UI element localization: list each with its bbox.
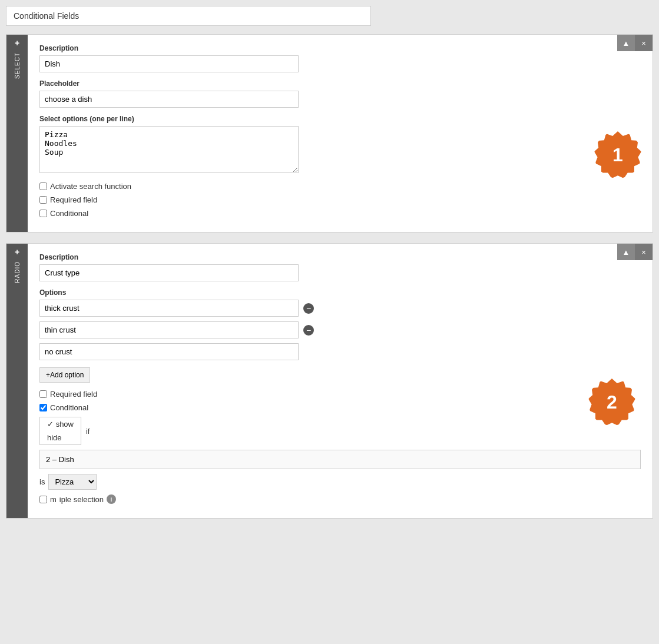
block1-content: ▲ × Description Placeholder Select optio… <box>28 35 653 232</box>
multiple-selection-checkbox[interactable] <box>39 496 47 503</box>
block1-options-label: Select options (one per line) <box>39 115 641 123</box>
page-title-input[interactable] <box>6 6 371 26</box>
option1-input[interactable] <box>39 300 299 317</box>
block2-description-group: Description <box>39 253 641 281</box>
if-row: show hide if <box>39 417 641 445</box>
multiple-selection-group: m iple selection i <box>39 494 641 504</box>
block2-conditional-checkbox[interactable] <box>39 404 47 411</box>
option2-input[interactable] <box>39 321 299 338</box>
block2-content: ▲ × Description Options − − <box>28 244 653 518</box>
block1-actions: ▲ × <box>617 35 653 51</box>
block2-required-checkbox[interactable] <box>39 390 47 398</box>
block1-conditional-checkbox[interactable] <box>39 210 47 217</box>
add-option-button[interactable]: +Add option <box>39 367 90 383</box>
block1-activate-search-checkbox[interactable] <box>39 182 47 190</box>
block1-close-button[interactable]: × <box>635 35 653 51</box>
block2-actions: ▲ × <box>617 244 653 260</box>
option3-input[interactable] <box>39 343 299 360</box>
hide-option[interactable]: hide <box>40 431 81 444</box>
block2-options-group: Options − − <box>39 288 641 360</box>
block-radio: + RADIO ▲ × Description Options − <box>6 243 653 519</box>
block-select: + SELECT ▲ × Description Placeholder Sel <box>6 34 653 233</box>
is-row: is Pizza Noodles Soup <box>39 474 641 490</box>
add-block-icon[interactable]: + <box>15 38 19 48</box>
block1-options-textarea[interactable] <box>39 126 299 173</box>
multiple-selection-label: m <box>50 495 57 504</box>
dish-field-input[interactable] <box>39 450 641 469</box>
if-label: if <box>86 427 90 436</box>
block1-required-label: Required field <box>50 195 97 204</box>
side-text-radio: RADIO <box>14 261 21 283</box>
block1-placeholder-group: Placeholder <box>39 79 641 108</box>
block2-conditional-label: Conditional <box>50 403 88 412</box>
option-row-2: − <box>39 321 641 338</box>
option2-remove-button[interactable]: − <box>303 325 314 336</box>
block2-options-label: Options <box>39 288 641 297</box>
side-text-select: SELECT <box>14 52 21 79</box>
option-row-1: − <box>39 300 641 317</box>
side-label-select: + SELECT <box>6 35 28 232</box>
block2-description-label: Description <box>39 253 641 261</box>
block1-options-group: Select options (one per line) <box>39 115 641 175</box>
block1-conditional-label: Conditional <box>50 209 88 218</box>
show-option[interactable]: show <box>40 417 81 431</box>
block2-close-button[interactable]: × <box>635 244 653 260</box>
block2-description-input[interactable] <box>39 264 299 281</box>
block2-required-group: Required field <box>39 390 641 399</box>
option-row-3 <box>39 343 641 360</box>
option1-remove-button[interactable]: − <box>303 303 314 314</box>
is-label: is <box>39 477 45 486</box>
block1-placeholder-label: Placeholder <box>39 79 641 88</box>
add-block-radio-icon[interactable]: + <box>15 247 19 257</box>
block2-required-label: Required field <box>50 390 97 399</box>
show-hide-dropdown[interactable]: show hide <box>39 417 81 445</box>
block1-placeholder-input[interactable] <box>39 91 299 108</box>
info-icon: i <box>107 494 116 504</box>
block1-collapse-button[interactable]: ▲ <box>617 35 635 51</box>
block1-activate-search-group: Activate search function <box>39 182 641 191</box>
conditional-section: show hide if is Pizza Noodles Soup <box>39 417 641 504</box>
side-label-radio: + RADIO <box>6 244 28 518</box>
block1-required-group: Required field <box>39 195 641 204</box>
multiple-selection-text: iple selection <box>59 495 104 504</box>
block1-description-group: Description <box>39 44 641 72</box>
block2-collapse-button[interactable]: ▲ <box>617 244 635 260</box>
block1-required-checkbox[interactable] <box>39 196 47 204</box>
block1-description-label: Description <box>39 44 641 52</box>
block1-activate-search-label: Activate search function <box>50 182 131 191</box>
block1-description-input[interactable] <box>39 55 299 72</box>
block2-conditional-group: Conditional <box>39 403 641 412</box>
is-value-select[interactable]: Pizza Noodles Soup <box>48 474 97 490</box>
block1-conditional-group: Conditional <box>39 209 641 218</box>
